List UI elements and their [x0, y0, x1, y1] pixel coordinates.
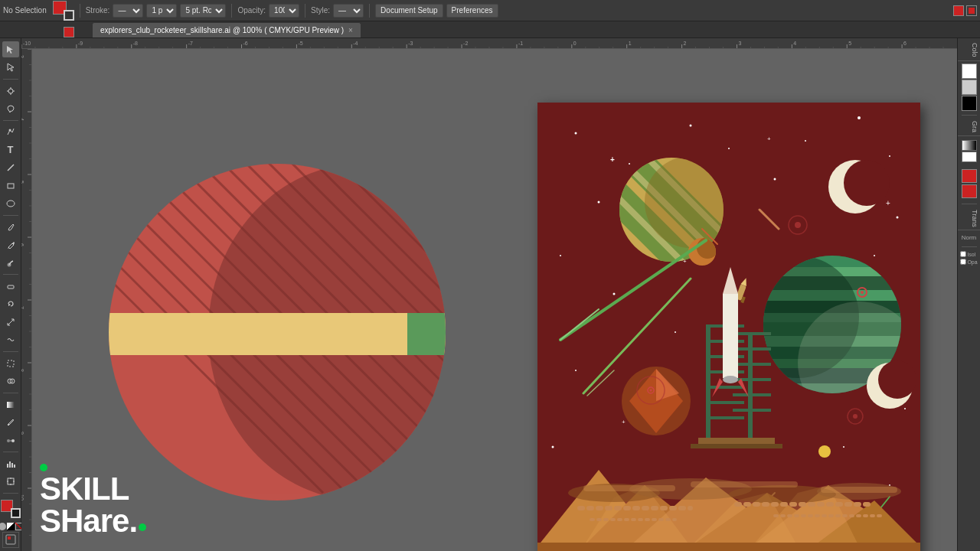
- blend-tool-btn[interactable]: [2, 432, 19, 448]
- svg-text:-4: -4: [353, 41, 358, 46]
- paintbrush-tool-btn[interactable]: [2, 219, 19, 235]
- eraser-tool-btn[interactable]: [2, 278, 19, 294]
- scale-tool-btn[interactable]: [2, 314, 19, 330]
- opacity-select[interactable]: 100%: [269, 4, 299, 18]
- preferences-button[interactable]: Preferences: [446, 4, 498, 18]
- svg-point-16: [8, 424, 9, 425]
- rect-tool-btn[interactable]: [2, 178, 19, 194]
- opacity-checkbox[interactable]: [960, 259, 966, 265]
- stroke-color-box[interactable]: [64, 10, 74, 21]
- lasso-tool-btn[interactable]: [2, 100, 19, 116]
- left-toolbar: T: [0, 38, 21, 551]
- pen-tool-btn[interactable]: [2, 124, 19, 140]
- document-tab[interactable]: explorers_club_rocketeer_skillshare.ai @…: [92, 22, 361, 37]
- svg-point-184: [598, 201, 600, 204]
- svg-rect-280: [733, 363, 771, 366]
- svg-text:10: 10: [21, 494, 24, 500]
- planet-artwork: [93, 95, 461, 508]
- sep3: [305, 4, 305, 18]
- svg-rect-297: [821, 487, 897, 493]
- stroke-color[interactable]: [11, 508, 21, 518]
- svg-text:-3: -3: [408, 41, 413, 46]
- stroke-weight-select[interactable]: 1 pt: [146, 4, 177, 18]
- svg-rect-15: [7, 402, 15, 408]
- isolate-checkbox[interactable]: [960, 251, 966, 257]
- color-mode-color[interactable]: [0, 523, 6, 530]
- type-tool-btn[interactable]: T: [2, 142, 19, 158]
- white-fill-swatch[interactable]: [962, 152, 977, 162]
- svg-rect-274: [706, 386, 744, 389]
- svg-point-183: [889, 155, 890, 157]
- svg-rect-22: [11, 463, 13, 468]
- color-mode-bw[interactable]: [7, 523, 15, 530]
- svg-text:-1: -1: [518, 41, 523, 46]
- svg-text:5: 5: [21, 181, 24, 184]
- bw-gradient-swatch[interactable]: [962, 140, 977, 151]
- line-tool-btn[interactable]: [2, 160, 19, 176]
- transform-label: Trans: [971, 210, 978, 227]
- pencil-tool-btn[interactable]: [2, 236, 19, 253]
- opacity-cb-label: Opa: [967, 259, 977, 265]
- symbol-spray-btn[interactable]: [2, 532, 19, 549]
- svg-rect-176: [407, 313, 453, 355]
- svg-rect-30: [8, 536, 11, 540]
- fill-stroke-indicator[interactable]: [53, 1, 74, 21]
- red-fill-right[interactable]: [962, 169, 977, 183]
- tab-close-btn[interactable]: ×: [348, 26, 353, 34]
- stroke-color-select[interactable]: —: [113, 4, 143, 18]
- free-transform-btn[interactable]: [2, 355, 19, 371]
- isolate-checkbox-row[interactable]: Isol: [960, 251, 977, 257]
- skillshare-text-line1: SKILL: [40, 473, 146, 505]
- svg-text:-10: -10: [23, 41, 31, 46]
- shape-builder-btn[interactable]: [2, 373, 19, 390]
- stroke-profile-select[interactable]: 5 pt. Round: [180, 4, 226, 18]
- small-left-planet: [622, 367, 691, 435]
- top-toolbar: No Selection Stroke: — 1 pt 5 pt. Round …: [0, 0, 980, 21]
- svg-point-180: [690, 125, 692, 127]
- main-canvas[interactable]: + + + + + +: [32, 49, 957, 551]
- selection-tool-btn[interactable]: [2, 41, 19, 57]
- color-panel-tab[interactable]: Colo: [958, 40, 980, 61]
- ellipse-tool-btn[interactable]: [2, 196, 19, 212]
- blend-mode-label[interactable]: Norm: [962, 234, 977, 241]
- svg-point-5: [8, 129, 11, 132]
- white-swatch[interactable]: [962, 64, 977, 79]
- rotate-tool-btn[interactable]: [2, 296, 19, 312]
- tool-sep1: [3, 79, 18, 80]
- tool-sep5: [3, 351, 18, 352]
- style-select[interactable]: —: [333, 4, 364, 18]
- transform-panel-tab[interactable]: Trans: [958, 207, 980, 231]
- svg-rect-278: [733, 332, 771, 335]
- svg-point-241: [878, 360, 916, 399]
- gray-swatch[interactable]: [962, 80, 977, 95]
- selection-label: No Selection: [3, 6, 47, 15]
- opacity-checkbox-row[interactable]: Opa: [960, 259, 977, 265]
- tool-sep2: [3, 120, 18, 121]
- fill-stroke-colors[interactable]: [1, 500, 21, 517]
- svg-point-197: [552, 446, 554, 448]
- stroke-label: Stroke:: [86, 6, 110, 15]
- document-setup-button[interactable]: Document Setup: [375, 4, 443, 18]
- svg-text:4: 4: [793, 41, 796, 46]
- svg-text:-2: -2: [463, 41, 468, 46]
- main-layout: T: [0, 38, 980, 551]
- blob-brush-btn[interactable]: [2, 255, 19, 271]
- gradient-panel-tab[interactable]: Gra: [958, 118, 980, 136]
- svg-text:2: 2: [684, 41, 687, 46]
- black-swatch[interactable]: [962, 96, 977, 111]
- svg-text:3: 3: [738, 41, 741, 46]
- magic-wand-btn[interactable]: [2, 83, 19, 99]
- horizontal-ruler: -10-9-8-7-6-5-4-3-2-10123456: [21, 38, 957, 49]
- red-fill-right2[interactable]: [962, 184, 977, 198]
- column-graph-btn[interactable]: [2, 455, 19, 471]
- svg-point-193: [675, 331, 676, 333]
- eyedropper-btn[interactable]: [2, 414, 19, 430]
- gradient-tool-btn[interactable]: [2, 396, 19, 412]
- svg-point-182: [858, 116, 861, 119]
- artboard-tool-btn[interactable]: [2, 474, 19, 490]
- warp-tool-btn[interactable]: [2, 332, 19, 348]
- svg-point-0: [8, 89, 13, 93]
- vertical-ruler: 345678910: [21, 49, 32, 551]
- svg-rect-10: [8, 285, 14, 289]
- direct-selection-tool-btn[interactable]: [2, 59, 19, 75]
